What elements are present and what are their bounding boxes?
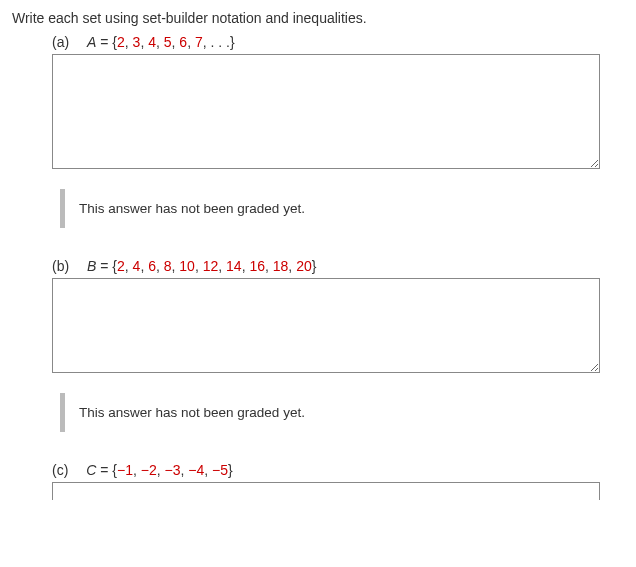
part-c-n0: −1 <box>117 462 133 478</box>
part-b-s1: , <box>140 258 148 274</box>
part-b-n7: 16 <box>249 258 265 274</box>
part-c-n2: −3 <box>165 462 181 478</box>
part-a-grading-note: This answer has not been graded yet. <box>60 189 624 228</box>
part-b-label: (b) <box>52 258 69 274</box>
part-a-n2: 4 <box>148 34 156 50</box>
part-a-grading-text: This answer has not been graded yet. <box>79 189 305 228</box>
part-a-eq: = <box>96 34 112 50</box>
part-c-n3: −4 <box>188 462 204 478</box>
part-b-n6: 14 <box>226 258 242 274</box>
part-c-s3: , <box>204 462 212 478</box>
grading-bar-icon <box>60 189 65 228</box>
part-b-n8: 18 <box>273 258 289 274</box>
part-c-s0: , <box>133 462 141 478</box>
part-c: (c) C = {−1, −2, −3, −4, −5} <box>52 462 624 500</box>
part-a-prompt: (a) A = {2, 3, 4, 5, 6, 7, . . .} <box>52 34 624 50</box>
part-b-s7: , <box>265 258 273 274</box>
part-c-var: C <box>86 462 96 478</box>
part-b-n5: 12 <box>203 258 219 274</box>
part-a-n4: 6 <box>179 34 187 50</box>
part-c-label: (c) <box>52 462 68 478</box>
part-b-answer-input[interactable] <box>52 278 600 373</box>
part-b-grading-note: This answer has not been graded yet. <box>60 393 624 432</box>
part-a-s4: , <box>187 34 195 50</box>
part-a-n0: 2 <box>117 34 125 50</box>
part-b: (b) B = {2, 4, 6, 8, 10, 12, 14, 16, 18,… <box>52 258 624 432</box>
part-a-var: A <box>87 34 96 50</box>
part-a-n5: 7 <box>195 34 203 50</box>
part-b-s5: , <box>218 258 226 274</box>
part-b-n9: 20 <box>296 258 312 274</box>
part-b-n0: 2 <box>117 258 125 274</box>
part-a: (a) A = {2, 3, 4, 5, 6, 7, . . .} This a… <box>52 34 624 228</box>
part-a-n3: 5 <box>164 34 172 50</box>
part-b-var: B <box>87 258 96 274</box>
part-b-s8: , <box>288 258 296 274</box>
part-a-close: } <box>230 34 235 50</box>
part-c-n4: −5 <box>212 462 228 478</box>
part-b-s2: , <box>156 258 164 274</box>
part-a-tail: , . . . <box>203 34 230 50</box>
grading-bar-icon <box>60 393 65 432</box>
part-b-close: } <box>312 258 317 274</box>
part-c-prompt: (c) C = {−1, −2, −3, −4, −5} <box>52 462 624 478</box>
part-c-s1: , <box>157 462 165 478</box>
part-a-label: (a) <box>52 34 69 50</box>
question-stem: Write each set using set-builder notatio… <box>12 10 624 26</box>
part-a-s1: , <box>140 34 148 50</box>
part-b-eq: = <box>96 258 112 274</box>
part-b-s4: , <box>195 258 203 274</box>
part-b-prompt: (b) B = {2, 4, 6, 8, 10, 12, 14, 16, 18,… <box>52 258 624 274</box>
part-a-s2: , <box>156 34 164 50</box>
part-c-answer-input[interactable] <box>52 482 600 500</box>
part-c-eq: = <box>96 462 112 478</box>
part-b-grading-text: This answer has not been graded yet. <box>79 393 305 432</box>
part-a-s0: , <box>125 34 133 50</box>
part-c-n1: −2 <box>141 462 157 478</box>
part-b-n4: 10 <box>179 258 195 274</box>
part-b-n3: 8 <box>164 258 172 274</box>
part-a-answer-input[interactable] <box>52 54 600 169</box>
part-b-n2: 6 <box>148 258 156 274</box>
part-c-close: } <box>228 462 233 478</box>
part-b-s0: , <box>125 258 133 274</box>
